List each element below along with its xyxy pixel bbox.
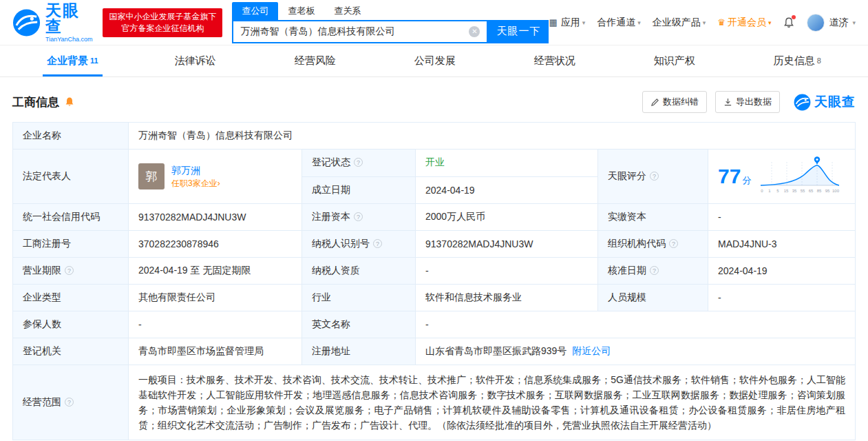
field-value-address: 山东省青岛市即墨区振武路939号 附近公司: [416, 338, 856, 365]
arrow-right-icon: ›: [218, 178, 220, 188]
field-value-reg-status: 开业: [416, 150, 598, 177]
field-label-staff-size: 人员规模: [598, 285, 708, 311]
help-icon[interactable]: ?: [65, 266, 74, 275]
score-distribution-chart: 0 1 5 15 35 55 65 85 95 100: [759, 156, 840, 196]
search-area: 查公司 查老板 查关系 ✕ 天眼一下: [232, 2, 549, 43]
help-icon[interactable]: ?: [650, 172, 659, 181]
table-row: 参保人数 - 英文名称 -: [13, 311, 856, 338]
brand-name: 天眼查: [45, 3, 96, 34]
svg-text:0: 0: [761, 189, 764, 193]
field-value-establish-date: 2024-04-19: [416, 176, 598, 204]
help-icon[interactable]: ?: [373, 239, 382, 248]
search-tab-boss[interactable]: 查老板: [278, 2, 324, 20]
company-section-tabs: 企业背景11 法律诉讼 经营风险 公司发展 经营状况 知识产权 历史信息8: [0, 45, 868, 77]
main-content: 工商信息 数据纠错 导出数据: [0, 91, 868, 441]
field-value-score: 77分: [708, 150, 856, 204]
notification-dot: [792, 15, 796, 19]
field-value-insured-num: -: [129, 311, 302, 338]
data-correction-button[interactable]: 数据纠错: [642, 91, 707, 113]
help-icon[interactable]: ?: [354, 212, 363, 221]
field-value-tax-qualification: -: [416, 258, 598, 285]
crown-icon: ♛: [717, 17, 726, 28]
field-label-english-name: 英文名称: [302, 311, 416, 338]
score-axis-ticks: 0 1 5 15 35 55 65 85 95 100: [761, 189, 840, 193]
field-value-tax-no: 91370282MADJ4JNU3W: [416, 231, 598, 258]
field-label-reg-capital: 注册资本?: [302, 204, 416, 231]
chevron-down-icon: ▾: [637, 19, 641, 26]
edit-icon: [650, 98, 659, 107]
help-icon[interactable]: ?: [669, 239, 678, 248]
field-value-legal-rep: 郭 郭万洲 任职3家企业›: [129, 150, 302, 204]
svg-text:15: 15: [784, 189, 789, 193]
table-row: 统一社会信用代码 91370282MADJ4JNU3W 注册资本? 2000万人…: [13, 204, 856, 231]
legal-rep-name-link[interactable]: 郭万洲: [171, 165, 220, 176]
field-label-credit-code: 统一社会信用代码: [13, 204, 129, 231]
search-tab-relation[interactable]: 查关系: [324, 2, 370, 20]
field-value-registry: 青岛市即墨区市场监督管理局: [129, 338, 302, 365]
tab-count: 8: [817, 57, 821, 65]
field-label-approval-date: 核准日期?: [598, 258, 708, 285]
nearby-companies-link[interactable]: 附近公司: [572, 345, 611, 356]
user-name: 道济: [829, 17, 848, 29]
field-value-paid-capital: -: [708, 204, 856, 231]
field-label-reg-no: 工商注册号: [13, 231, 129, 258]
field-label-registry: 登记机关: [13, 338, 129, 365]
field-label-tax-qualification: 纳税人资质: [302, 258, 416, 285]
help-icon[interactable]: ?: [354, 158, 363, 167]
field-value-reg-capital: 2000万人民币: [416, 204, 598, 231]
field-label-address: 注册地址: [302, 338, 416, 365]
tab-history-info[interactable]: 历史信息8: [770, 45, 825, 76]
search-input[interactable]: [240, 26, 469, 37]
help-icon[interactable]: ?: [650, 266, 659, 275]
search-tabs: 查公司 查老板 查关系: [232, 2, 549, 20]
field-value-reg-no: 370282230878946: [129, 231, 302, 258]
tianyancha-watermark: 天眼查: [794, 93, 856, 111]
nav-enterprise-products[interactable]: 企业级产品 ▾: [653, 17, 706, 29]
section-title: 工商信息: [12, 94, 59, 110]
nav-vip-membership[interactable]: ♛ 开通会员 ▾: [717, 17, 771, 29]
table-row: 企业名称 万洲奇智（青岛）信息科技有限公司: [13, 123, 856, 150]
user-menu[interactable]: 道济 ▾: [807, 14, 856, 32]
table-row: 经营范围? 一般项目：技术服务、技术开发、技术咨询、技术交流、技术转让、技术推广…: [13, 365, 856, 440]
top-bar: 天眼查 TianYanCha.com 国家中小企业发展子基金旗下 官方备案企业征…: [0, 0, 868, 45]
table-row: 企业类型 其他有限责任公司 行业 软件和信息技术服务业 人员规模 -: [13, 285, 856, 311]
legal-rep-avatar: 郭: [138, 163, 165, 189]
search-tab-company[interactable]: 查公司: [232, 2, 278, 20]
brand-domain: TianYanCha.com: [45, 37, 96, 43]
field-label-reg-status: 登记状态?: [302, 150, 416, 177]
apps-grid-icon: ▦: [549, 17, 557, 28]
field-value-biz-term: 2024-04-19 至 无固定期限: [129, 258, 302, 285]
export-data-button[interactable]: 导出数据: [715, 91, 780, 113]
table-row: 登记机关 青岛市即墨区市场监督管理局 注册地址 山东省青岛市即墨区振武路939号…: [13, 338, 856, 365]
score-number[interactable]: 77分: [718, 166, 751, 187]
field-value-staff-size: -: [708, 285, 856, 311]
user-avatar: [807, 14, 825, 32]
tab-intellectual-property[interactable]: 知识产权: [650, 45, 701, 76]
business-info-table: 企业名称 万洲奇智（青岛）信息科技有限公司 法定代表人 郭 郭万洲 任职3家企业…: [12, 122, 856, 440]
notification-bell[interactable]: [783, 17, 795, 29]
field-value-company-type: 其他有限责任公司: [129, 285, 302, 311]
tab-operational-risk[interactable]: 经营风险: [290, 45, 342, 76]
legal-rep-companies-link[interactable]: 任职3家企业›: [171, 178, 220, 188]
top-nav: ▦ 应用 ▾ 合作通道 ▾ 企业级产品 ▾ ♛ 开通会员 ▾ 道济 ▾: [549, 14, 856, 32]
chevron-down-icon: ▾: [582, 19, 586, 26]
search-button[interactable]: 天眼一下: [488, 20, 549, 43]
tab-legal-proceedings[interactable]: 法律诉讼: [171, 45, 222, 76]
field-label-score: 天眼评分?: [598, 150, 708, 204]
official-certification-badge: 国家中小企业发展子基金旗下 官方备案企业征信机构: [103, 8, 222, 37]
monitor-bell-icon[interactable]: [64, 96, 75, 107]
tab-company-background[interactable]: 企业背景11: [43, 45, 103, 76]
table-row: 工商注册号 370282230878946 纳税人识别号? 91370282MA…: [13, 231, 856, 258]
tab-company-development[interactable]: 公司发展: [410, 45, 462, 76]
nav-cooperation[interactable]: 合作通道 ▾: [597, 17, 641, 29]
svg-text:35: 35: [792, 189, 797, 193]
clear-search-icon[interactable]: ✕: [469, 26, 480, 37]
field-value-english-name: -: [416, 311, 856, 338]
tab-business-status[interactable]: 经营状况: [530, 45, 582, 76]
nav-apps[interactable]: ▦ 应用 ▾: [549, 17, 585, 29]
svg-text:5: 5: [777, 189, 780, 193]
tianyancha-logo[interactable]: 天眼查 TianYanCha.com: [12, 3, 96, 43]
chevron-down-icon: ▾: [852, 19, 856, 26]
field-label-company-type: 企业类型: [13, 285, 129, 311]
help-icon[interactable]: ?: [65, 398, 74, 407]
